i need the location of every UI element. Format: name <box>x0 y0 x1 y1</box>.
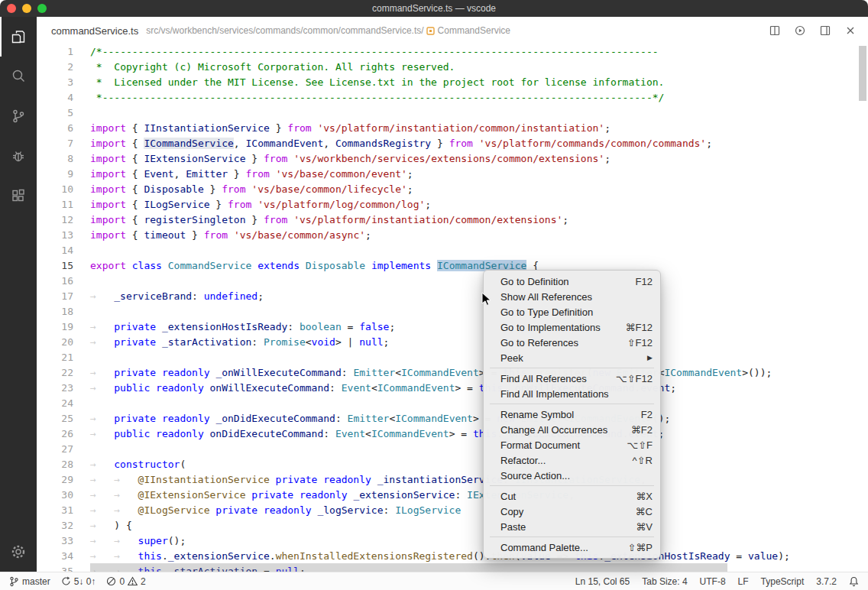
editor-filename[interactable]: commandService.ts <box>51 25 138 37</box>
code-editor[interactable]: 1/*-------------------------------------… <box>37 44 868 572</box>
line-number[interactable]: 20 <box>37 335 84 350</box>
line-number[interactable]: 4 <box>37 90 84 105</box>
line-number[interactable]: 3 <box>37 75 84 90</box>
line-number[interactable]: 8 <box>37 151 84 167</box>
close-editor-icon[interactable] <box>844 24 857 37</box>
line-number[interactable]: 26 <box>37 426 84 442</box>
toggle-layout-icon[interactable] <box>819 24 831 37</box>
code-line-18[interactable]: 18 <box>37 304 868 319</box>
code-line-24[interactable]: 24 <box>37 396 868 411</box>
line-number[interactable]: 23 <box>37 381 84 396</box>
line-number[interactable]: 10 <box>37 182 84 197</box>
run-icon[interactable] <box>794 24 806 37</box>
line-number[interactable]: 7 <box>37 136 84 151</box>
zoom-window-button[interactable] <box>37 4 47 13</box>
problems-indicator[interactable]: 0 2 <box>106 576 145 587</box>
source-control-icon[interactable] <box>0 96 37 136</box>
code-line-33[interactable]: 33→→super(); <box>37 533 868 549</box>
line-number[interactable]: 5 <box>37 105 84 121</box>
code-line-16[interactable]: 16 <box>37 274 868 289</box>
code-line-12[interactable]: 12import { registerSingleton } from 'vs/… <box>37 212 868 228</box>
menu-item-go-to-definition[interactable]: Go to DefinitionF12 <box>484 274 660 289</box>
line-number[interactable]: 6 <box>37 121 84 136</box>
code-line-4[interactable]: 4 *-------------------------------------… <box>37 90 868 105</box>
menu-item-format-document[interactable]: Format Document⌥⇧F <box>484 437 660 452</box>
notifications-bell-icon[interactable] <box>849 576 859 587</box>
breadcrumb-path[interactable]: src/vs/workbench/services/commands/commo… <box>146 25 423 36</box>
line-number[interactable]: 16 <box>37 274 84 289</box>
line-number[interactable]: 1 <box>37 44 84 60</box>
code-line-1[interactable]: 1/*-------------------------------------… <box>37 44 868 60</box>
line-number[interactable]: 13 <box>37 228 84 243</box>
menu-item-find-all-references[interactable]: Find All References⌥⇧F12 <box>484 371 660 386</box>
menu-item-refactor[interactable]: Refactor...^⇧R <box>484 452 660 468</box>
line-number[interactable]: 22 <box>37 365 84 381</box>
horizontal-scrollbar-thumb[interactable] <box>90 563 727 572</box>
cursor-position[interactable]: Ln 15, Col 65 <box>575 576 630 587</box>
code-line-8[interactable]: 8import { IExtensionService } from 'vs/w… <box>37 151 868 167</box>
menu-item-go-to-references[interactable]: Go to References⇧F12 <box>484 335 660 350</box>
line-number[interactable]: 19 <box>37 319 84 335</box>
code-line-21[interactable]: 21 <box>37 350 868 365</box>
line-number[interactable]: 15 <box>37 258 84 274</box>
code-line-25[interactable]: 25→private readonly _onDidExecuteCommand… <box>37 411 868 426</box>
code-line-22[interactable]: 22→private readonly _onWillExecuteComman… <box>37 365 868 381</box>
menu-item-cut[interactable]: Cut⌘X <box>484 488 660 504</box>
menu-item-go-to-type-definition[interactable]: Go to Type Definition <box>484 304 660 319</box>
ts-version[interactable]: 3.7.2 <box>816 576 837 587</box>
explorer-icon[interactable] <box>0 17 37 57</box>
code-line-27[interactable]: 27 <box>37 442 868 457</box>
code-line-19[interactable]: 19→private _extensionHostIsReady: boolea… <box>37 319 868 335</box>
code-line-5[interactable]: 5 <box>37 105 868 121</box>
code-line-3[interactable]: 3 * Licensed under the MIT License. See … <box>37 75 868 90</box>
branch-indicator[interactable]: master <box>9 576 50 587</box>
code-line-34[interactable]: 34→→this._extensionService.whenInstalled… <box>37 549 868 564</box>
settings-gear-icon[interactable] <box>0 532 37 572</box>
menu-item-show-all-references[interactable]: Show All References <box>484 289 660 304</box>
eol-indicator[interactable]: LF <box>738 576 749 587</box>
line-number[interactable]: 11 <box>37 197 84 212</box>
debug-icon[interactable] <box>0 136 37 176</box>
code-line-26[interactable]: 26→public readonly onDidExecuteCommand: … <box>37 426 868 442</box>
language-mode[interactable]: TypeScript <box>761 576 805 587</box>
line-number[interactable]: 30 <box>37 488 84 503</box>
code-line-28[interactable]: 28→constructor( <box>37 457 868 472</box>
line-number[interactable]: 21 <box>37 350 84 365</box>
code-line-6[interactable]: 6import { IInstantiationService } from '… <box>37 121 868 136</box>
minimize-window-button[interactable] <box>22 4 31 13</box>
menu-item-change-all-occurrences[interactable]: Change All Occurrences⌘F2 <box>484 422 660 437</box>
code-line-9[interactable]: 9import { Event, Emitter } from 'vs/base… <box>37 167 868 182</box>
menu-item-rename-symbol[interactable]: Rename SymbolF2 <box>484 407 660 422</box>
line-number[interactable]: 17 <box>37 289 84 304</box>
code-line-32[interactable]: 32→) { <box>37 518 868 533</box>
extensions-icon[interactable] <box>0 176 37 216</box>
line-number[interactable]: 14 <box>37 243 84 258</box>
code-line-20[interactable]: 20→private _starActivation: Promise<void… <box>37 335 868 350</box>
split-editor-icon[interactable] <box>769 24 781 37</box>
code-line-31[interactable]: 31→→@ILogService private readonly _logSe… <box>37 503 868 518</box>
breadcrumb-symbol[interactable]: CommandService <box>424 25 510 36</box>
line-number[interactable]: 9 <box>37 167 84 182</box>
code-line-13[interactable]: 13import { timeout } from 'vs/base/commo… <box>37 228 868 243</box>
code-line-17[interactable]: 17→_serviceBrand: undefined; <box>37 289 868 304</box>
line-number[interactable]: 34 <box>37 549 84 564</box>
line-number[interactable]: 12 <box>37 212 84 228</box>
code-line-23[interactable]: 23→public readonly onWillExecuteCommand:… <box>37 381 868 396</box>
code-line-14[interactable]: 14 <box>37 243 868 258</box>
line-number[interactable]: 25 <box>37 411 84 426</box>
vertical-scrollbar-thumb[interactable] <box>859 46 866 101</box>
line-number[interactable]: 24 <box>37 396 84 411</box>
menu-item-copy[interactable]: Copy⌘C <box>484 504 660 519</box>
line-number[interactable]: 18 <box>37 304 84 319</box>
code-line-15[interactable]: 15export class CommandService extends Di… <box>37 258 868 274</box>
menu-item-paste[interactable]: Paste⌘V <box>484 519 660 534</box>
menu-item-peek[interactable]: Peek▶ <box>484 350 660 365</box>
search-icon[interactable] <box>0 57 37 96</box>
line-number[interactable]: 2 <box>37 60 84 75</box>
menu-item-find-all-implementations[interactable]: Find All Implementations <box>484 386 660 401</box>
line-number[interactable]: 35 <box>37 564 84 572</box>
code-line-29[interactable]: 29→→@IInstantiationService private reado… <box>37 472 868 488</box>
code-line-10[interactable]: 10import { Disposable } from 'vs/base/co… <box>37 182 868 197</box>
code-line-11[interactable]: 11import { ILogService } from 'vs/platfo… <box>37 197 868 212</box>
menu-item-go-to-implementations[interactable]: Go to Implementations⌘F12 <box>484 319 660 335</box>
